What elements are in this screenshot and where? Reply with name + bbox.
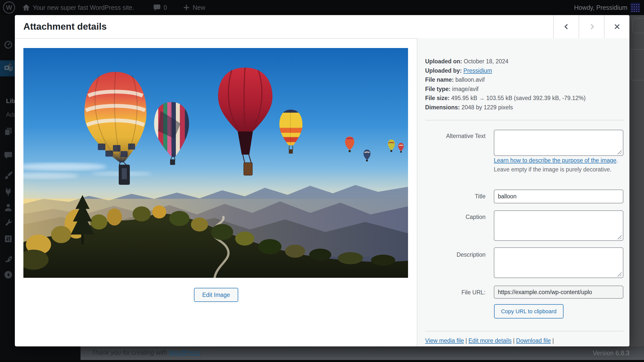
home-icon <box>22 4 30 12</box>
edit-more-details-link[interactable]: Edit more details <box>468 337 511 344</box>
attachment-actions: View media file|Edit more details|Downlo… <box>425 337 626 344</box>
comments-icon[interactable] <box>4 151 13 160</box>
detail-file-name: File name: balloon.avif <box>425 75 626 84</box>
screen-bottom-edge <box>0 360 644 362</box>
new-label: New <box>193 4 205 11</box>
pages-icon[interactable] <box>4 127 13 136</box>
close-modal-button[interactable] <box>604 15 629 38</box>
users-icon[interactable] <box>4 203 13 212</box>
detail-file-size: File size: 495.95 kB → 103.55 kB (saved … <box>425 94 626 103</box>
modal-title: Attachment details <box>23 15 107 38</box>
divider <box>425 120 623 120</box>
copy-url-button[interactable]: Copy URL to clipboard <box>494 304 564 319</box>
backdrop-box <box>631 49 644 80</box>
file-url-input[interactable] <box>494 286 623 299</box>
close-icon <box>613 22 621 31</box>
plus-icon <box>183 4 190 11</box>
edit-image-button[interactable]: Edit Image <box>194 288 238 302</box>
detail-file-type: File type: image/avif <box>425 84 626 94</box>
rocket-icon[interactable] <box>4 255 13 265</box>
media-icon[interactable] <box>4 64 13 73</box>
plugins-icon[interactable] <box>4 187 13 197</box>
detail-dimensions: Dimensions: 2048 by 1229 pixels <box>425 103 626 112</box>
visit-site-link[interactable]: Your new super fast WordPress site. <box>22 0 134 15</box>
uploader-link[interactable]: Pressidium <box>463 67 492 74</box>
caption-input[interactable] <box>494 210 623 241</box>
user-avatar[interactable] <box>630 0 640 15</box>
footer-thanks-text: Thank you for creating with <box>92 349 169 356</box>
attachment-preview-image <box>23 48 408 278</box>
previous-attachment-button[interactable] <box>553 15 579 38</box>
chevron-right-icon <box>588 22 596 31</box>
caption-label: Caption <box>425 214 486 220</box>
footer-version: Version 6.8.3 <box>503 349 629 357</box>
comments-shortcut[interactable]: 0 <box>153 0 167 15</box>
footer-thanks: Thank you for creating with WordPress. <box>92 349 202 356</box>
screen: Library Add New Thank <box>0 0 644 362</box>
admin-bar: W Your new super fast WordPress site. 0 … <box>0 0 644 15</box>
download-file-link[interactable]: Download file <box>516 337 551 344</box>
chevron-left-icon <box>562 22 571 31</box>
wordpress-menu[interactable]: W <box>3 0 15 15</box>
next-attachment-button[interactable] <box>579 15 605 38</box>
title-input[interactable] <box>494 190 623 203</box>
divider <box>425 331 623 331</box>
view-media-file-link[interactable]: View media file <box>425 337 464 344</box>
backdrop-box <box>632 18 644 33</box>
wordpress-link[interactable]: WordPress <box>169 349 200 356</box>
attachment-details-modal: Attachment details <box>15 15 629 346</box>
modal-header: Attachment details <box>15 15 629 39</box>
tools-wrench-icon[interactable] <box>4 218 13 228</box>
alt-text-label: Alternative Text <box>425 133 486 140</box>
description-input[interactable] <box>494 247 623 278</box>
my-account-menu[interactable]: Howdy, Pressidium <box>574 0 627 15</box>
alt-text-help: Learn how to describe the purpose of the… <box>494 156 623 174</box>
site-name: Your new super fast WordPress site. <box>33 4 134 11</box>
howdy-text: Howdy, Pressidium <box>574 4 627 11</box>
new-content-menu[interactable]: New <box>183 0 205 15</box>
comment-bubble-icon <box>153 4 161 12</box>
alt-help-link[interactable]: Learn how to describe the purpose of the… <box>494 157 616 164</box>
detail-uploaded-by: Uploaded by: Pressidium <box>425 66 626 75</box>
settings-sliders-icon[interactable] <box>4 234 13 244</box>
file-url-label: File URL: <box>425 289 486 296</box>
collapse-menu-icon[interactable] <box>4 270 13 280</box>
detail-uploaded-on: Uploaded on: October 18, 2024 <box>425 57 626 66</box>
description-label: Description <box>425 251 486 258</box>
title-label: Title <box>425 193 486 200</box>
wordpress-logo-icon: W <box>3 2 15 14</box>
attachment-details-list: Uploaded on: October 18, 2024 Uploaded b… <box>425 57 626 112</box>
dashboard-icon[interactable] <box>4 40 13 50</box>
alt-text-input[interactable] <box>494 130 623 156</box>
avatar <box>630 3 640 12</box>
comments-count: 0 <box>164 4 167 11</box>
appearance-brush-icon[interactable] <box>4 170 13 180</box>
